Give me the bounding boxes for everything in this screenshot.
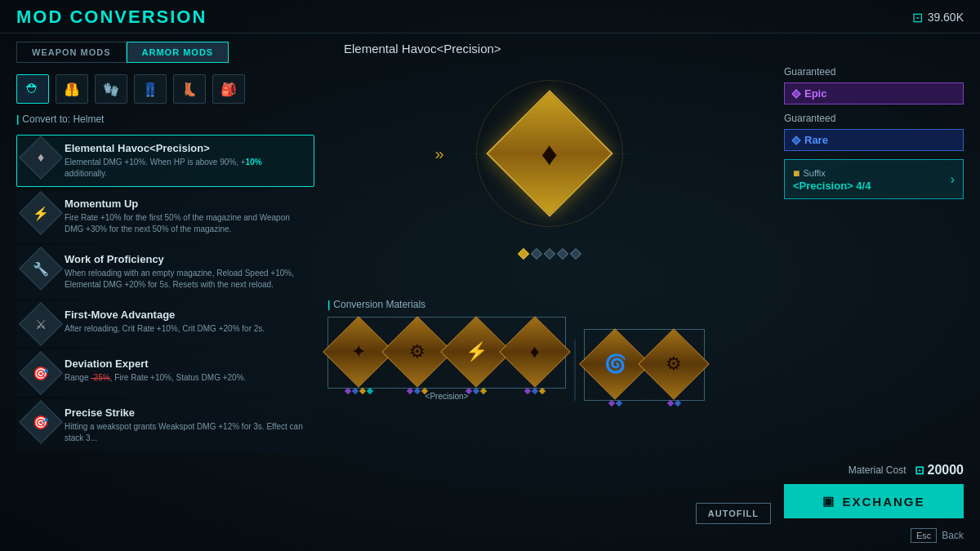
guaranteed-rare-title: Guaranteed	[784, 113, 964, 124]
mod-item-elemental-havoc[interactable]: ♦ Elemental Havoc<Precision> Elemental D…	[16, 135, 314, 187]
material-group-other: 🌀 ⚙	[584, 329, 705, 401]
material-separator	[574, 340, 576, 401]
cost-label: Material Cost	[849, 464, 906, 476]
mod-name-momentum-up: Momentum Up	[65, 198, 305, 210]
epic-rarity-label: Epic	[804, 87, 826, 100]
mod-dot-3[interactable]	[543, 248, 555, 260]
mod-dot-1[interactable]	[517, 248, 528, 260]
mod-page-dots	[519, 250, 580, 258]
guaranteed-epic-block: Guaranteed Epic	[784, 66, 964, 104]
mod-name-first-move: First-Move Advantage	[65, 309, 305, 321]
cat-icon-chest[interactable]: 🦺	[56, 74, 88, 104]
mod-name-deviation-expert: Deviation Expert	[65, 358, 305, 370]
mod-item-momentum-up[interactable]: ⚡ Momentum Up Fire Rate +10% for the fir…	[16, 190, 314, 242]
epic-rarity-dot	[791, 89, 800, 98]
convert-to-label: Convert to: Helmet	[16, 113, 314, 125]
mod-item-deviation-expert[interactable]: 🎯 Deviation Expert Range -25%, Fire Rate…	[16, 350, 314, 396]
suffix-icon: ■	[793, 167, 800, 180]
mod-item-work-proficiency[interactable]: 🔧 Work of Proficiency When reloading wit…	[16, 246, 314, 298]
rare-rarity-label: Rare	[804, 134, 828, 146]
mod-dot-4[interactable]	[556, 248, 568, 260]
material-items-precision: ✦	[327, 317, 566, 389]
materials-label: Conversion Materials	[327, 299, 771, 310]
guaranteed-epic-title: Guaranteed	[784, 66, 964, 78]
mat-item-2: ⚙	[390, 320, 445, 385]
mod-icon-deviation-expert: 🎯	[19, 351, 63, 395]
mod-type-tabs: WEAPON MODS ARMOR MODS	[16, 42, 314, 63]
back-label: Back	[942, 530, 964, 541]
mod-desc-deviation-expert: Range -25%, Fire Rate +10%, Status DMG +…	[65, 372, 305, 384]
mod-desc-work-proficiency: When reloading with an empty magazine, R…	[65, 268, 305, 291]
category-icon-row: ⛑ 🦺 🧤 👖 👢 🎒	[16, 74, 314, 104]
mod-name-work-proficiency: Work of Proficiency	[65, 253, 305, 265]
suffix-label: Suffix	[803, 168, 825, 178]
cost-row: Material Cost ⊡ 20000	[849, 463, 964, 478]
left-panel: WEAPON MODS ARMOR MODS ⛑ 🦺 🧤 👖 👢 🎒 Conve…	[16, 42, 314, 543]
rarity-badge-epic: Epic	[784, 82, 964, 104]
bottom-controls: Material Cost ⊡ 20000 ▣ EXCHANGE	[784, 463, 964, 518]
mod-icon-work-proficiency: 🔧	[19, 247, 63, 291]
center-panel: Elemental Havoc<Precision> » ♦	[327, 42, 771, 543]
header: MOD CONVERSION ⊡ 39.60K	[0, 0, 980, 33]
cat-icon-gloves[interactable]: 🧤	[95, 74, 127, 104]
mat-item-1: ✦	[331, 320, 386, 385]
suffix-arrow-icon: ›	[951, 172, 955, 187]
cat-icon-legs[interactable]: 👖	[134, 74, 167, 104]
mat-item-4: ♦	[507, 320, 563, 385]
currency-icon: ⊡	[912, 10, 923, 25]
mod-desc-precise-strike: Hitting a weakspot grants Weakspot DMG +…	[65, 421, 305, 444]
mod-name-elemental-havoc: Elemental Havoc<Precision>	[65, 142, 305, 154]
guaranteed-rare-block: Guaranteed Rare	[784, 113, 964, 151]
exchange-button[interactable]: ▣ EXCHANGE	[784, 484, 964, 518]
materials-grid: ✦	[327, 317, 771, 401]
tab-weapon-mods[interactable]: WEAPON MODS	[16, 42, 127, 63]
mod-item-precise-strike[interactable]: 🎯 Precise Strike Hitting a weakspot gran…	[16, 399, 314, 451]
rare-rarity-dot	[791, 136, 800, 144]
mod-name-precise-strike: Precise Strike	[65, 407, 305, 419]
cat-icon-boots[interactable]: 👢	[173, 74, 206, 104]
mod-icon-first-move: ⚔	[19, 302, 63, 346]
mod-desc-momentum-up: Fire Rate +10% for the first 50% of the …	[65, 212, 305, 235]
preview-title: Elemental Havoc<Precision>	[327, 42, 501, 56]
mod-list: ♦ Elemental Havoc<Precision> Elemental D…	[16, 135, 314, 543]
screen: MOD CONVERSION ⊡ 39.60K WEAPON MODS ARMO…	[0, 0, 980, 551]
suffix-title: ■ Suffix	[793, 167, 951, 180]
prev-mod-button[interactable]: »	[435, 144, 444, 163]
materials-section: Conversion Materials ✦	[327, 299, 771, 401]
material-items-other: 🌀 ⚙	[584, 329, 705, 401]
cat-icon-helmet[interactable]: ⛑	[16, 74, 49, 104]
mod-icon-elemental-havoc: ♦	[19, 136, 63, 180]
cat-icon-misc[interactable]: 🎒	[212, 74, 245, 104]
mat-item-5: 🌀	[587, 332, 643, 398]
mod-preview-area: » ♦	[427, 64, 672, 243]
mat-item-3: ⚡	[448, 320, 504, 385]
mod-item-first-move[interactable]: ⚔ First-Move Advantage After reloading, …	[16, 301, 314, 347]
mod-desc-first-move: After reloading, Crit Rate +10%, Crit DM…	[65, 323, 305, 335]
esc-key[interactable]: Esc	[911, 528, 937, 543]
cost-icon: ⊡	[915, 464, 924, 477]
page-title: MOD CONVERSION	[16, 7, 207, 28]
autofill-button[interactable]: AUTOFILL	[696, 503, 771, 524]
suffix-name: <Precision> 4/4	[793, 180, 951, 192]
cost-value: 20000	[928, 463, 964, 478]
currency-amount: 39.60K	[928, 11, 964, 24]
rarity-badge-rare: Rare	[784, 129, 964, 151]
cost-amount: ⊡ 20000	[915, 463, 964, 478]
mod-icon-precise-strike: 🎯	[19, 400, 63, 444]
mod-dot-5[interactable]	[569, 248, 581, 260]
mat-item-6: ⚙	[646, 332, 702, 398]
material-group-precision: ✦	[327, 317, 566, 401]
material-group-label-precision: <Precision>	[425, 392, 469, 401]
suffix-selector[interactable]: ■ Suffix <Precision> 4/4 ›	[784, 159, 964, 199]
exchange-button-label: EXCHANGE	[842, 495, 924, 509]
mod-dot-2[interactable]	[530, 248, 541, 260]
currency-display: ⊡ 39.60K	[912, 10, 964, 25]
exchange-button-icon: ▣	[822, 494, 835, 509]
tab-armor-mods[interactable]: ARMOR MODS	[127, 42, 229, 63]
esc-back: Esc Back	[911, 528, 964, 543]
mod-icon-momentum-up: ⚡	[19, 191, 63, 235]
mod-desc-elemental-havoc: Elemental DMG +10%. When HP is above 90%…	[65, 157, 305, 180]
